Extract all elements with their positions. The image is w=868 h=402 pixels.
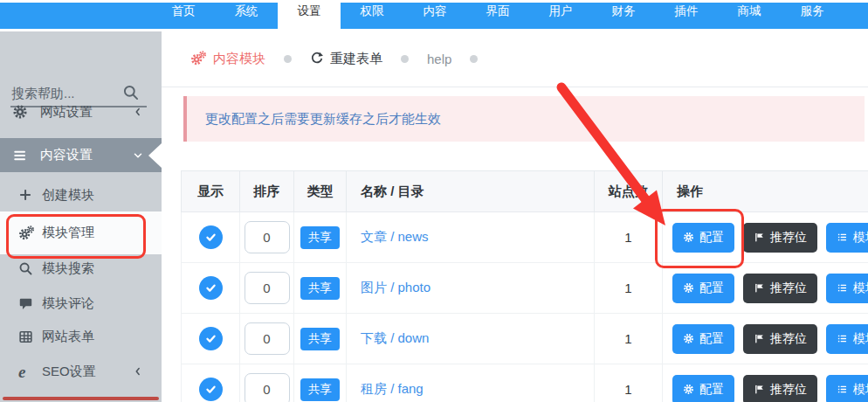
- sidebar-item-site-settings[interactable]: 网站设置: [0, 94, 162, 129]
- recommend-button[interactable]: 推荐位: [743, 223, 817, 253]
- col-header-name: 名称 / 目录: [347, 171, 595, 212]
- module-button[interactable]: 模块: [826, 223, 868, 253]
- sites-count: 1: [595, 212, 663, 263]
- tab-label: 重建表单: [330, 51, 382, 67]
- chevron-down-icon: [132, 149, 144, 162]
- module-name-link[interactable]: 下载 / down: [361, 330, 429, 345]
- enabled-check-icon[interactable]: [199, 225, 223, 249]
- table-row: 共享 文章 / news 1 配置 推荐位 模块: [182, 212, 868, 263]
- module-name-link[interactable]: 图片 / photo: [361, 280, 431, 295]
- sidebar-item-create-module[interactable]: 创建模块: [0, 177, 162, 212]
- dot-separator: [470, 55, 478, 63]
- plus-icon: [18, 188, 32, 202]
- nav-item-plugins[interactable]: 插件: [655, 3, 718, 29]
- dot-separator: [284, 55, 292, 63]
- col-header-actions: 操作: [663, 171, 868, 212]
- nav-item-settings[interactable]: 设置: [278, 3, 341, 29]
- col-header-type: 类型: [294, 171, 347, 212]
- active-menu-notch: [148, 143, 162, 168]
- enabled-check-icon[interactable]: [199, 276, 223, 300]
- admin-page: 首页 系统 设置 权限 内容 界面 用户 财务 插件 商城 服务 搜索帮助...…: [0, 0, 868, 402]
- nav-item-users[interactable]: 用户: [529, 3, 592, 29]
- tab-content-module[interactable]: 内容模块: [190, 50, 265, 69]
- table-header-row: 显示 排序 类型 名称 / 目录 站点数 操作: [182, 171, 868, 212]
- nav-item-home[interactable]: 首页: [152, 3, 215, 29]
- sidebar: 搜索帮助... 网站设置 内容设置: [0, 31, 162, 402]
- menu-bars-icon: [12, 148, 28, 163]
- sort-input[interactable]: [245, 272, 290, 304]
- sort-input[interactable]: [245, 322, 290, 355]
- nav-item-permissions[interactable]: 权限: [341, 3, 403, 29]
- sort-input[interactable]: [245, 373, 290, 402]
- chevron-left-icon: [132, 365, 144, 378]
- recommend-button[interactable]: 推荐位: [743, 375, 817, 402]
- sidebar-item-label: 创建模块: [42, 187, 94, 204]
- sidebar-item-module-comments[interactable]: 模块评论: [0, 287, 162, 320]
- recommend-button[interactable]: 推荐位: [743, 324, 817, 354]
- tab-rebuild-form[interactable]: 重建表单: [310, 51, 382, 67]
- config-button[interactable]: 配置: [672, 324, 734, 354]
- seo-e-icon: e: [18, 364, 25, 379]
- table-row: 共享 租房 / fang 1 配置 推荐位 模块: [182, 364, 868, 402]
- nav-item-interface[interactable]: 界面: [466, 3, 529, 29]
- tab-label: 内容模块: [213, 51, 265, 67]
- nav-item-content[interactable]: 内容: [403, 3, 466, 29]
- table-grid-icon: [18, 329, 33, 344]
- module-button[interactable]: 模块: [826, 324, 868, 354]
- alert-message: 更改配置之后需要更新缓存之后才能生效: [205, 111, 441, 128]
- nav-item-mall[interactable]: 商城: [718, 3, 781, 29]
- module-button[interactable]: 模块: [826, 274, 868, 303]
- sidebar-item-label: 内容设置: [40, 147, 93, 163]
- config-button[interactable]: 配置: [672, 274, 734, 303]
- sidebar-item-label: SEO设置: [42, 364, 96, 380]
- config-button[interactable]: 配置: [672, 375, 734, 402]
- bottom-red-annotation-line: [3, 397, 159, 400]
- sites-count: 1: [595, 314, 663, 364]
- enabled-check-icon[interactable]: [199, 327, 223, 350]
- cache-alert: 更改配置之后需要更新缓存之后才能生效: [183, 96, 865, 142]
- table-row: 共享 下载 / down 1 配置 推荐位 模块: [182, 314, 868, 364]
- nav-item-system[interactable]: 系统: [215, 3, 278, 29]
- col-header-sites: 站点数: [595, 171, 663, 212]
- sidebar-item-module-search[interactable]: 模块搜索: [0, 252, 162, 285]
- gear-icon: [12, 104, 28, 120]
- config-button[interactable]: 配置: [672, 223, 734, 253]
- module-name-link[interactable]: 租房 / fang: [361, 381, 424, 396]
- search-icon: [18, 261, 33, 276]
- enabled-check-icon[interactable]: [199, 378, 223, 401]
- sites-count: 1: [595, 263, 663, 314]
- cogs-icon: [18, 225, 35, 241]
- tab-help[interactable]: help: [427, 52, 451, 66]
- type-badge: 共享: [300, 226, 340, 249]
- col-header-display: 显示: [182, 171, 240, 212]
- dot-separator: [401, 55, 409, 63]
- sidebar-item-seo-settings[interactable]: e SEO设置: [0, 355, 162, 388]
- chevron-left-icon: [132, 106, 144, 118]
- recommend-button[interactable]: 推荐位: [743, 274, 817, 303]
- nav-item-services[interactable]: 服务: [781, 3, 844, 29]
- breadcrumb: 内容模块 重建表单 help: [162, 31, 868, 87]
- sidebar-item-module-manage[interactable]: 模块管理: [0, 211, 162, 254]
- top-nav: 首页 系统 设置 权限 内容 界面 用户 财务 插件 商城 服务: [152, 3, 844, 29]
- sidebar-item-label: 模块评论: [42, 295, 94, 312]
- cogs-icon: [190, 50, 207, 69]
- sites-count: 1: [595, 364, 663, 402]
- sidebar-item-content-settings[interactable]: 内容设置: [0, 138, 162, 172]
- nav-item-finance[interactable]: 财务: [592, 3, 655, 29]
- sort-input[interactable]: [245, 221, 290, 253]
- table-row: 共享 图片 / photo 1 配置 推荐位 模块: [182, 263, 868, 314]
- module-button[interactable]: 模块: [826, 375, 868, 402]
- modules-table: 显示 排序 类型 名称 / 目录 站点数 操作 共享 文章 / news 1 配…: [181, 170, 868, 402]
- speech-bubble-icon: [18, 296, 33, 311]
- col-header-order: 排序: [240, 171, 294, 212]
- type-badge: 共享: [300, 378, 340, 401]
- sidebar-item-label: 网站表单: [42, 329, 94, 345]
- sidebar-item-site-forms[interactable]: 网站表单: [0, 320, 162, 353]
- sidebar-item-label: 网站设置: [40, 104, 93, 121]
- type-badge: 共享: [300, 328, 340, 350]
- sidebar-item-label: 模块搜索: [42, 260, 94, 277]
- sidebar-item-label: 模块管理: [42, 225, 94, 241]
- type-badge: 共享: [300, 277, 340, 300]
- refresh-icon: [310, 51, 324, 67]
- module-name-link[interactable]: 文章 / news: [361, 229, 429, 244]
